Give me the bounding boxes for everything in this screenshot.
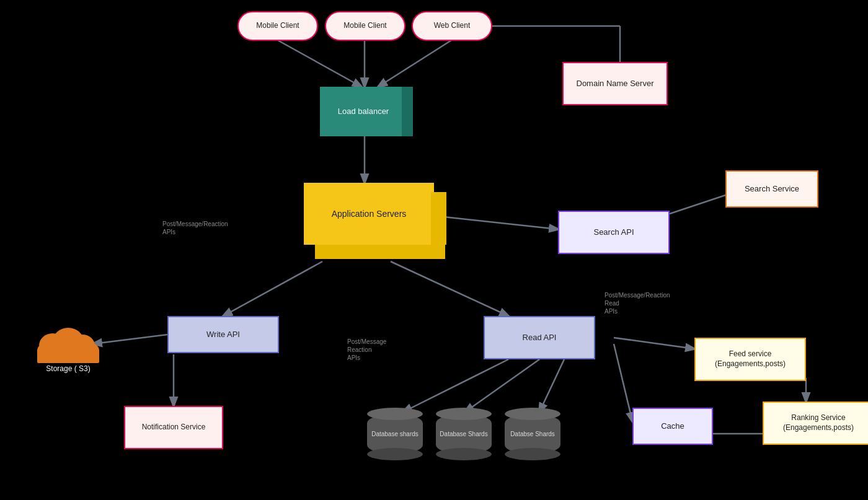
notification-service-node: Notification Service bbox=[124, 406, 223, 449]
storage-node: Storage ( S3) bbox=[31, 316, 105, 378]
feed-service-label: Feed service (Engagements,posts) bbox=[715, 349, 786, 369]
cache-label: Cache bbox=[661, 421, 684, 432]
svg-line-2 bbox=[378, 40, 451, 87]
svg-line-9 bbox=[391, 261, 508, 316]
svg-line-15 bbox=[614, 338, 694, 349]
feed-service-node: Feed service (Engagements,posts) bbox=[694, 338, 806, 381]
mobile-client-2-node: Mobile Client bbox=[325, 11, 405, 41]
svg-line-14 bbox=[539, 359, 564, 412]
svg-line-13 bbox=[465, 359, 539, 412]
search-api-node: Search API bbox=[558, 211, 670, 254]
annotation-2: Post/Message/ReactionReadAPIs bbox=[604, 291, 670, 315]
load-balancer-node: Load balancer bbox=[320, 87, 407, 136]
load-balancer-label: Load balancer bbox=[338, 107, 389, 117]
write-api-label: Write API bbox=[206, 330, 240, 340]
notification-service-label: Notification Service bbox=[142, 423, 206, 432]
svg-rect-23 bbox=[37, 349, 99, 363]
search-service-node: Search Service bbox=[725, 170, 818, 208]
mobile-client-1-label: Mobile Client bbox=[256, 21, 299, 31]
db-shard-2-label: Database Shards bbox=[437, 430, 490, 438]
cloud-icon bbox=[34, 320, 102, 363]
db-shard-3-label: Databse Shards bbox=[508, 430, 557, 438]
storage-label: Storage ( S3) bbox=[46, 364, 90, 374]
web-client-node: Web Client bbox=[412, 11, 492, 41]
app-servers-node: Application Servers bbox=[304, 183, 434, 245]
db-shard-1-label: Database shards bbox=[369, 430, 421, 438]
db-shard-1-cylinder: Database shards bbox=[367, 414, 423, 454]
svg-line-0 bbox=[278, 40, 361, 87]
db-shard-1-node: Database shards bbox=[361, 406, 429, 462]
mobile-client-2-label: Mobile Client bbox=[343, 21, 386, 31]
db-shard-2-node: Database Shards bbox=[430, 406, 498, 462]
svg-line-8 bbox=[223, 261, 322, 316]
dns-label: Domain Name Server bbox=[577, 79, 654, 89]
search-api-label: Search API bbox=[593, 227, 634, 238]
app-servers-label: Application Servers bbox=[332, 208, 407, 219]
annotation-3: Post/MessageReactionAPIs bbox=[347, 338, 386, 362]
svg-line-16 bbox=[614, 344, 632, 421]
svg-line-6 bbox=[444, 217, 558, 229]
db-shard-3-node: Databse Shards bbox=[498, 406, 567, 462]
write-api-node: Write API bbox=[167, 316, 279, 353]
dns-node: Domain Name Server bbox=[562, 62, 668, 105]
lb-accent bbox=[402, 87, 413, 136]
app-servers-tab bbox=[431, 192, 446, 245]
annotation-1: Post/Message/ReactionAPIs bbox=[162, 220, 228, 236]
read-api-label: Read API bbox=[523, 333, 557, 343]
mobile-client-1-node: Mobile Client bbox=[237, 11, 318, 41]
svg-line-12 bbox=[403, 359, 508, 412]
ranking-service-label: Ranking Service (Engagements,posts) bbox=[783, 413, 854, 432]
db-shard-2-cylinder: Database Shards bbox=[436, 414, 492, 454]
cache-node: Cache bbox=[632, 408, 713, 445]
diagram-container: Mobile Client Mobile Client Web Client L… bbox=[0, 0, 868, 500]
ranking-service-node: Ranking Service (Engagements,posts) bbox=[763, 401, 868, 445]
search-service-label: Search Service bbox=[745, 184, 799, 195]
web-client-label: Web Client bbox=[434, 21, 470, 31]
db-shard-3-cylinder: Databse Shards bbox=[505, 414, 560, 454]
read-api-node: Read API bbox=[484, 316, 595, 359]
